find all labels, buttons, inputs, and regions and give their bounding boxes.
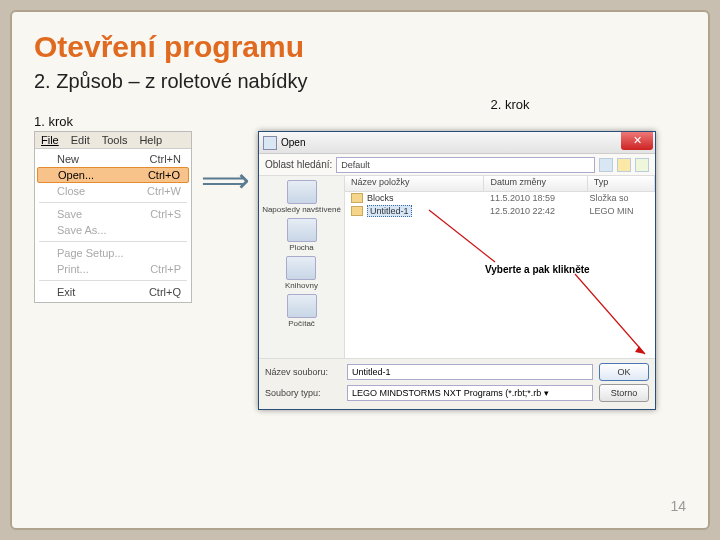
places-item[interactable]: Naposledy navštívené <box>262 180 341 214</box>
new-folder-icon[interactable] <box>617 158 631 172</box>
dialog-icon <box>263 136 277 150</box>
lookin-combo[interactable]: Default <box>336 157 595 173</box>
col-name[interactable]: Název položky <box>345 176 484 191</box>
step1-label: 1. krok <box>34 114 686 129</box>
slide-title: Otevření programu <box>34 30 686 64</box>
menu-item-new[interactable]: NewCtrl+N <box>35 151 191 167</box>
menu-separator <box>39 280 187 281</box>
filetype-label: Soubory typu: <box>265 388 341 398</box>
folder-icon <box>286 256 316 280</box>
file-menu-panel: File Edit Tools Help NewCtrl+NOpen...Ctr… <box>34 131 192 303</box>
file-icon <box>351 193 363 203</box>
places-sidebar: Naposledy navštívenéPlochaKnihovnyPočíta… <box>259 176 345 358</box>
folder-icon <box>287 218 317 242</box>
close-icon[interactable]: ✕ <box>621 132 653 150</box>
up-folder-icon[interactable] <box>599 158 613 172</box>
filename-field[interactable]: Untitled-1 <box>347 364 593 380</box>
menu-item-saveas: Save As... <box>35 222 191 238</box>
ok-button[interactable]: OK <box>599 363 649 381</box>
dialog-footer: Název souboru: Untitled-1 OK Soubory typ… <box>259 358 655 409</box>
filename-label: Název souboru: <box>265 367 341 377</box>
filetype-field[interactable]: LEGO MINDSTORMS NXT Programs (*.rbt;*.rb… <box>347 385 593 401</box>
slide-subtitle: 2. Způsob – z roletové nabídky <box>34 70 686 93</box>
menu-item-open[interactable]: Open...Ctrl+O <box>37 167 189 183</box>
cancel-button[interactable]: Storno <box>599 384 649 402</box>
places-item[interactable]: Počítač <box>287 294 317 328</box>
col-date[interactable]: Datum změny <box>484 176 587 191</box>
menubar-tools[interactable]: Tools <box>96 132 134 148</box>
folder-icon <box>287 294 317 318</box>
view-menu-icon[interactable] <box>635 158 649 172</box>
file-row[interactable]: Blocks11.5.2010 18:59Složka so <box>345 192 655 204</box>
menu-separator <box>39 241 187 242</box>
file-icon <box>351 206 363 216</box>
open-dialog: Open ✕ Oblast hledání: Default Naposledy… <box>258 131 656 410</box>
places-item[interactable]: Knihovny <box>285 256 318 290</box>
file-row[interactable]: Untitled-112.5.2010 22:42LEGO MIN <box>345 204 655 218</box>
menubar-help[interactable]: Help <box>133 132 168 148</box>
right-arrow-icon: ⟹ <box>200 167 250 193</box>
col-type[interactable]: Typ <box>588 176 655 191</box>
page-number: 14 <box>670 498 686 514</box>
menu-item-pagesetup: Page Setup... <box>35 245 191 261</box>
menubar-edit[interactable]: Edit <box>65 132 96 148</box>
list-header: Název položky Datum změny Typ <box>345 176 655 192</box>
file-list-area: Název položky Datum změny Typ Blocks11.5… <box>345 176 655 358</box>
folder-icon <box>287 180 317 204</box>
menu-item-save: SaveCtrl+S <box>35 206 191 222</box>
dialog-title: Open <box>281 137 305 148</box>
menubar-file[interactable]: File <box>35 132 65 148</box>
hint-text: Vyberte a pak klikněte <box>485 264 590 275</box>
places-item[interactable]: Plocha <box>287 218 317 252</box>
menu-separator <box>39 202 187 203</box>
menu-item-print: Print...Ctrl+P <box>35 261 191 277</box>
dialog-toolbar: Oblast hledání: Default <box>259 154 655 176</box>
svg-line-1 <box>575 274 645 354</box>
step2-label: 2. krok <box>334 97 686 112</box>
lookin-label: Oblast hledání: <box>265 159 332 170</box>
dialog-titlebar: Open ✕ <box>259 132 655 154</box>
menu-item-exit[interactable]: ExitCtrl+Q <box>35 284 191 300</box>
menu-item-close: CloseCtrl+W <box>35 183 191 199</box>
menubar: File Edit Tools Help <box>35 132 191 149</box>
svg-marker-2 <box>635 346 645 354</box>
